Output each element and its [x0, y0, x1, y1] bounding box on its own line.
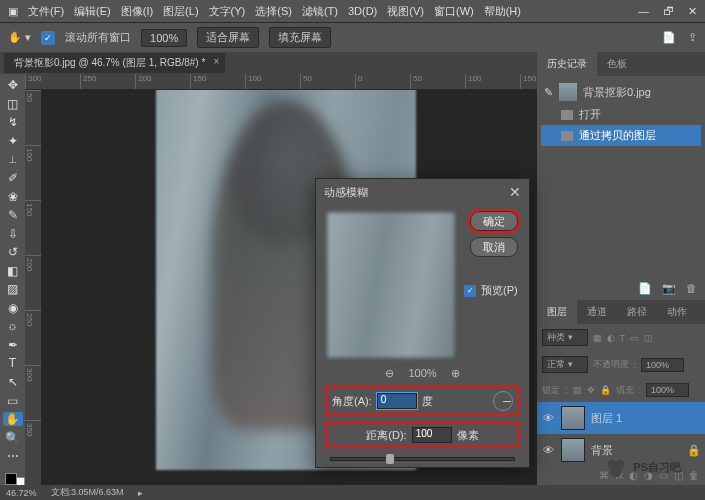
shape-tool[interactable]: ▭ [3, 393, 23, 408]
zoom-out-icon[interactable]: ⊖ [385, 367, 394, 380]
menu-view[interactable]: 视图(V) [387, 4, 424, 19]
options-bar: ✋ ▾ ✓ 滚动所有窗口 100% 适合屏幕 填充屏幕 📄 ⇪ [0, 22, 705, 52]
history-item-open[interactable]: 打开 [541, 104, 701, 125]
opacity-input[interactable]: 100% [641, 358, 684, 372]
path-tool[interactable]: ↖ [3, 375, 23, 390]
zoom-in-icon[interactable]: ⊕ [451, 367, 460, 380]
close-icon[interactable]: ✕ [688, 5, 697, 18]
lasso-tool[interactable]: ↯ [3, 115, 23, 130]
camera-icon[interactable]: 📷 [662, 282, 676, 295]
move-tool[interactable]: ✥ [3, 78, 23, 93]
snapshot-thumb [559, 83, 577, 101]
close-tab-icon[interactable]: × [213, 56, 219, 67]
layer-kind-select[interactable]: 种类 ▾ [542, 329, 588, 346]
fill-label: 填充 [616, 384, 634, 397]
restore-icon[interactable]: 🗗 [663, 5, 674, 18]
menu-image[interactable]: 图像(I) [121, 4, 153, 19]
tab-channels[interactable]: 通道 [577, 300, 617, 324]
crop-tool[interactable]: ⟂ [3, 152, 23, 167]
eraser-tool[interactable]: ◧ [3, 263, 23, 278]
share-icon[interactable]: ⇪ [688, 31, 697, 44]
hand-tool[interactable]: ✋ [3, 412, 23, 427]
status-arrow-icon[interactable]: ▸ [138, 488, 143, 498]
menu-layer[interactable]: 图层(L) [163, 4, 198, 19]
tab-actions[interactable]: 动作 [657, 300, 697, 324]
dialog-title: 动感模糊 [324, 185, 368, 200]
healing-tool[interactable]: ❀ [3, 189, 23, 204]
visibility-icon[interactable]: 👁 [541, 412, 555, 424]
document-tab-title: 背景抠影0.jpg @ 46.7% (图层 1, RGB/8#) * [14, 57, 205, 68]
menu-help[interactable]: 帮助(H) [484, 4, 521, 19]
history-item-copy-layer[interactable]: 通过拷贝的图层 [541, 125, 701, 146]
dodge-tool[interactable]: ☼ [3, 319, 23, 334]
new-snapshot-icon[interactable]: 📄 [638, 282, 652, 295]
history-snapshot[interactable]: ✎ 背景抠影0.jpg [541, 80, 701, 104]
fill-input[interactable]: 100% [646, 383, 689, 397]
zoom-100-button[interactable]: 100% [141, 29, 187, 47]
menu-filter[interactable]: 滤镜(T) [302, 4, 338, 19]
filter-shape-icon[interactable]: ▭ [630, 333, 639, 343]
delete-layer-icon[interactable]: 🗑 [689, 470, 699, 481]
more-tools[interactable]: ⋯ [3, 449, 23, 464]
tab-history[interactable]: 历史记录 [537, 52, 597, 76]
menu-3d[interactable]: 3D(D) [348, 5, 377, 17]
menu-bar: ▣ 文件(F) 编辑(E) 图像(I) 图层(L) 文字(Y) 选择(S) 滤镜… [0, 0, 705, 22]
blend-mode-select[interactable]: 正常 ▾ [542, 356, 588, 373]
filter-adjust-icon[interactable]: ◐ [607, 333, 615, 343]
lock-position-icon[interactable]: ✥ [587, 385, 595, 395]
filter-smart-icon[interactable]: ◫ [644, 333, 653, 343]
foreground-color[interactable] [5, 473, 17, 485]
eyedropper-tool[interactable]: ✐ [3, 171, 23, 186]
right-panels: 历史记录 色板 ✎ 背景抠影0.jpg 打开 通过拷贝的图层 📄 📷 🗑 图层 … [537, 52, 705, 485]
pen-tool[interactable]: ✒ [3, 338, 23, 353]
ruler-horizontal: 3002502001501005005010015020025030035040… [25, 74, 537, 90]
filter-type-icon[interactable]: T [620, 333, 626, 343]
blur-tool[interactable]: ◉ [3, 301, 23, 316]
dialog-close-icon[interactable]: ✕ [509, 184, 521, 200]
tab-swatches[interactable]: 色板 [597, 52, 637, 76]
tab-paths[interactable]: 路径 [617, 300, 657, 324]
angle-input[interactable]: 0 [377, 393, 417, 409]
minimize-icon[interactable]: — [638, 5, 649, 18]
preview-checkbox[interactable]: ✓ [464, 285, 476, 297]
lock-pixels-icon[interactable]: ▨ [573, 385, 582, 395]
stamp-tool[interactable]: ⇩ [3, 226, 23, 241]
distance-input[interactable]: 100 [412, 427, 452, 443]
open-icon [561, 110, 573, 120]
menu-edit[interactable]: 编辑(E) [74, 4, 111, 19]
layer-item-1[interactable]: 👁 图层 1 [537, 402, 705, 434]
snapshot-name: 背景抠影0.jpg [583, 85, 651, 100]
menu-select[interactable]: 选择(S) [255, 4, 292, 19]
zoom-tool[interactable]: 🔍 [3, 430, 23, 445]
scroll-all-checkbox[interactable]: ✓ [41, 31, 55, 45]
type-tool[interactable]: T [3, 356, 23, 371]
angle-unit: 度 [422, 394, 433, 409]
status-zoom[interactable]: 46.72% [6, 488, 37, 498]
trash-icon[interactable]: 🗑 [686, 282, 697, 295]
menu-window[interactable]: 窗口(W) [434, 4, 474, 19]
layer-thumb [561, 438, 585, 462]
marquee-tool[interactable]: ◫ [3, 97, 23, 112]
tab-layers[interactable]: 图层 [537, 300, 577, 324]
layer-icon [561, 131, 573, 141]
menu-type[interactable]: 文字(Y) [209, 4, 246, 19]
distance-slider[interactable] [330, 457, 515, 461]
color-picker[interactable] [5, 473, 21, 485]
fit-screen-button[interactable]: 适合屏幕 [197, 27, 259, 48]
angle-dial[interactable] [493, 391, 513, 411]
document-tab[interactable]: 背景抠影0.jpg @ 46.7% (图层 1, RGB/8#) * × [4, 53, 225, 73]
gradient-tool[interactable]: ▨ [3, 282, 23, 297]
cancel-button[interactable]: 取消 [470, 237, 518, 257]
brush-tool[interactable]: ✎ [3, 208, 23, 223]
fill-screen-button[interactable]: 填充屏幕 [269, 27, 331, 48]
magic-wand-tool[interactable]: ✦ [3, 134, 23, 149]
visibility-icon[interactable]: 👁 [541, 444, 555, 456]
file-icon[interactable]: 📄 [662, 31, 676, 44]
lock-all-icon[interactable]: 🔒 [600, 385, 611, 395]
history-panel: ✎ 背景抠影0.jpg 打开 通过拷贝的图层 [537, 76, 705, 150]
filter-pixel-icon[interactable]: ▦ [593, 333, 602, 343]
ok-button[interactable]: 确定 [470, 211, 518, 231]
preview-label: 预览(P) [481, 283, 518, 298]
menu-file[interactable]: 文件(F) [28, 4, 64, 19]
history-brush-tool[interactable]: ↺ [3, 245, 23, 260]
